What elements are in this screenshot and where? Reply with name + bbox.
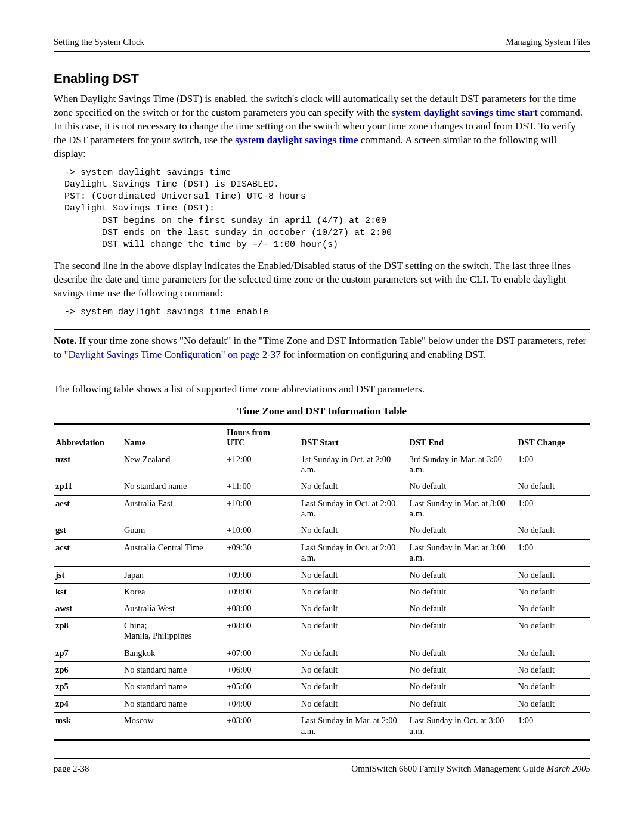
cell-end: Last Sunday in Mar. at 3:00 a.m. — [408, 495, 516, 522]
footer-right-b: March 2005 — [547, 764, 590, 773]
cell-start: Last Sunday in Mar. at 2:00 a.m. — [299, 713, 408, 740]
cell-change: No default — [516, 645, 590, 661]
cell-end: No default — [408, 566, 516, 583]
note-label: Note. — [54, 335, 76, 346]
note-rule-top — [54, 329, 590, 330]
th-end: DST End — [408, 424, 516, 451]
cell-utc: +12:00 — [225, 451, 299, 478]
cell-start: Last Sunday in Oct. at 2:00 a.m. — [299, 495, 408, 522]
cell-abbr: aest — [54, 495, 122, 522]
cell-abbr: acst — [54, 539, 122, 566]
th-change: DST Change — [516, 424, 590, 451]
cell-name: No standard name — [122, 679, 225, 695]
cell-change: No default — [516, 584, 590, 600]
table-row: zp8China;Manila, Philippines+08:00No def… — [54, 617, 590, 645]
cell-abbr: jst — [54, 566, 122, 583]
link-dst-config[interactable]: "Daylight Savings Time Configuration" on… — [64, 349, 280, 360]
cell-end: No default — [408, 600, 516, 617]
link-system-dst[interactable]: system daylight savings time — [235, 134, 358, 145]
code-block-2: -> system daylight savings time enable — [64, 306, 590, 318]
cell-change: 1:00 — [516, 451, 590, 478]
th-abbr: Abbreviation — [54, 424, 122, 451]
cell-end: No default — [408, 584, 516, 600]
cell-end: No default — [408, 522, 516, 539]
cell-change: No default — [516, 679, 590, 695]
cell-abbr: nzst — [54, 451, 122, 478]
cell-end: 3rd Sunday in Mar. at 3:00 a.m. — [408, 451, 516, 478]
cell-end: Last Sunday in Oct. at 3:00 a.m. — [408, 713, 516, 740]
footer-right-a: OmniSwitch 6600 Family Switch Management… — [351, 764, 546, 773]
running-footer: page 2-38 OmniSwitch 6600 Family Switch … — [54, 763, 590, 775]
table-body: nzstNew Zealand+12:001st Sunday in Oct. … — [54, 451, 590, 740]
cell-start: No default — [299, 522, 408, 539]
header-right: Managing System Files — [506, 36, 590, 48]
para3: The following table shows a list of supp… — [54, 383, 590, 397]
cell-abbr: msk — [54, 713, 122, 740]
note-b: for information on configuring and enabl… — [281, 349, 486, 360]
cell-change: No default — [516, 600, 590, 617]
cell-name: No standard name — [122, 662, 225, 679]
cell-change: 1:00 — [516, 713, 590, 740]
cell-name: Japan — [122, 566, 225, 583]
cell-abbr: kst — [54, 584, 122, 600]
para2: The second line in the above display ind… — [54, 259, 590, 301]
cell-name: China;Manila, Philippines — [122, 617, 225, 645]
note-rule-bottom — [54, 368, 590, 368]
cell-end: No default — [408, 617, 516, 645]
cell-abbr: zp5 — [54, 679, 122, 695]
cell-name: Australia East — [122, 495, 225, 522]
th-utc: Hours fromUTC — [225, 424, 299, 451]
cell-change: No default — [516, 662, 590, 679]
th-name: Name — [122, 424, 225, 451]
cell-utc: +03:00 — [225, 713, 299, 740]
cell-start: No default — [299, 617, 408, 645]
cell-change: No default — [516, 617, 590, 645]
cell-start: 1st Sunday in Oct. at 2:00 a.m. — [299, 451, 408, 478]
footer-rule — [54, 758, 590, 759]
cell-end: No default — [408, 679, 516, 695]
code-block-1: -> system daylight savings time Daylight… — [64, 167, 590, 252]
table-row: acstAustralia Central Time+09:30Last Sun… — [54, 539, 590, 566]
table-row: zp4No standard name+04:00No defaultNo de… — [54, 695, 590, 712]
table-row: aestAustralia East+10:00Last Sunday in O… — [54, 495, 590, 522]
cell-abbr: zp11 — [54, 478, 122, 495]
cell-utc: +04:00 — [225, 695, 299, 712]
cell-end: Last Sunday in Mar. at 3:00 a.m. — [408, 539, 516, 566]
footer-right: OmniSwitch 6600 Family Switch Management… — [351, 763, 590, 775]
cell-utc: +09:30 — [225, 539, 299, 566]
table-caption: Time Zone and DST Information Table — [54, 405, 590, 419]
cell-utc: +08:00 — [225, 617, 299, 645]
cell-utc: +06:00 — [225, 662, 299, 679]
cell-name: Guam — [122, 522, 225, 539]
dst-table: Abbreviation Name Hours fromUTC DST Star… — [54, 423, 590, 741]
header-left: Setting the System Clock — [54, 36, 144, 48]
header-rule — [54, 51, 590, 52]
table-row: gstGuam+10:00No defaultNo defaultNo defa… — [54, 522, 590, 539]
cell-start: No default — [299, 584, 408, 600]
cell-change: No default — [516, 522, 590, 539]
link-system-dst-start[interactable]: system daylight savings time start — [392, 107, 538, 118]
cell-change: No default — [516, 695, 590, 712]
intro-paragraph: When Daylight Savings Time (DST) is enab… — [54, 92, 590, 161]
cell-end: No default — [408, 478, 516, 495]
cell-abbr: zp4 — [54, 695, 122, 712]
cell-name: Moscow — [122, 713, 225, 740]
cell-abbr: gst — [54, 522, 122, 539]
cell-abbr: zp7 — [54, 645, 122, 661]
cell-change: No default — [516, 478, 590, 495]
cell-utc: +10:00 — [225, 495, 299, 522]
cell-start: Last Sunday in Oct. at 2:00 a.m. — [299, 539, 408, 566]
footer-left: page 2-38 — [54, 763, 89, 775]
cell-name: Australia West — [122, 600, 225, 617]
cell-abbr: zp8 — [54, 617, 122, 645]
cell-end: No default — [408, 645, 516, 661]
table-row: kstKorea+09:00No defaultNo defaultNo def… — [54, 584, 590, 600]
cell-utc: +11:00 — [225, 478, 299, 495]
cell-utc: +08:00 — [225, 600, 299, 617]
cell-start: No default — [299, 695, 408, 712]
table-row: zp11No standard name+11:00No defaultNo d… — [54, 478, 590, 495]
cell-start: No default — [299, 645, 408, 661]
cell-end: No default — [408, 695, 516, 712]
cell-name: New Zealand — [122, 451, 225, 478]
section-heading: Enabling DST — [54, 70, 590, 88]
